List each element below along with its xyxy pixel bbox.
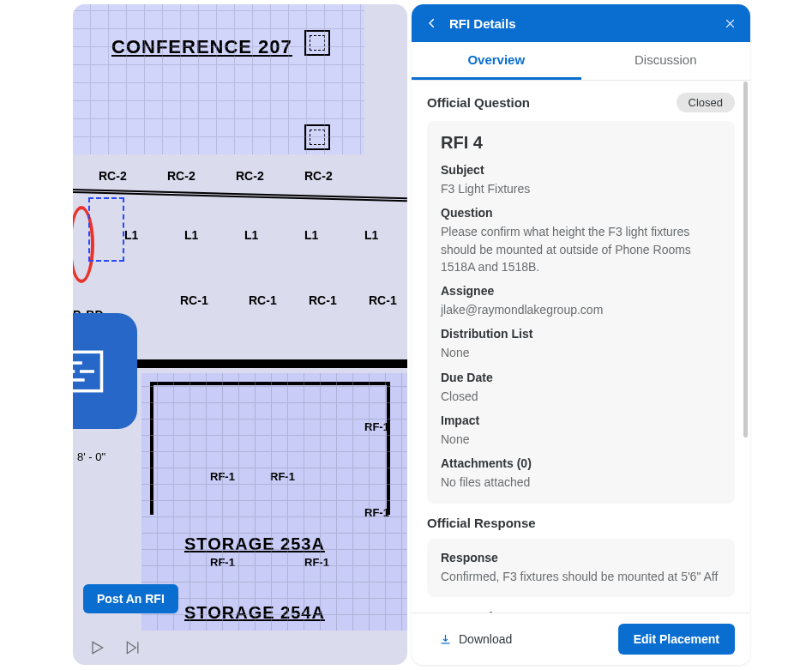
blueprint-viewer[interactable]: CONFERENCE 207 RC-2 RC-2 RC-2 RC-2 L1 L1… [73, 4, 407, 665]
question-value: Please confirm what height the F3 light … [441, 223, 721, 275]
panel-body[interactable]: Official Question Closed RFI 4 Subject F… [412, 81, 750, 613]
close-button[interactable] [719, 13, 740, 33]
panel-header: RFI Details [412, 4, 750, 42]
attachments-value: No files attached [441, 474, 721, 491]
play-next-icon[interactable] [124, 639, 141, 656]
room-label-storage-b: STORAGE 254A [184, 603, 325, 623]
status-badge: Closed [677, 93, 735, 112]
tab-discussion[interactable]: Discussion [581, 42, 751, 80]
due-date-value: Closed [441, 388, 721, 405]
label-dim: 8' - 0" [77, 450, 105, 463]
markup-selection [88, 197, 124, 262]
download-button[interactable]: Download [427, 625, 524, 653]
assignee-value: jlake@raymondlakegroup.com [441, 301, 721, 318]
play-icon[interactable] [88, 639, 105, 656]
assignee-label: Assignee [441, 284, 721, 298]
svg-marker-6 [127, 642, 135, 653]
response-value: Confirmed, F3 fixtures should be mounted… [441, 568, 721, 585]
subject-value: F3 Light Fixtures [441, 180, 721, 197]
scrollbar-thumb[interactable] [743, 81, 748, 438]
impact-value: None [441, 431, 721, 448]
tab-overview[interactable]: Overview [412, 42, 581, 80]
distribution-label: Distribution List [441, 327, 721, 341]
response-card: Response Confirmed, F3 fixtures should b… [427, 539, 735, 597]
rfi-details-panel: RFI Details Overview Discussion Official… [412, 4, 750, 665]
rfi-id: RFI 4 [441, 133, 721, 153]
official-question-heading: Official Question [427, 95, 530, 110]
response-label: Response [441, 551, 721, 564]
room-label-storage-a: STORAGE 253A [184, 534, 325, 554]
edit-placement-button[interactable]: Edit Placement [618, 624, 735, 655]
subject-label: Subject [441, 163, 721, 177]
post-rfi-button[interactable]: Post An RFI [83, 584, 178, 613]
due-date-label: Due Date [441, 371, 721, 384]
question-label: Question [441, 206, 721, 220]
distribution-value: None [441, 344, 721, 361]
rfi-marker-icon[interactable] [73, 313, 137, 429]
room-label-conference: CONFERENCE 207 [111, 36, 292, 58]
download-icon [439, 633, 452, 646]
panel-title: RFI Details [449, 16, 719, 31]
impact-label: Impact [441, 413, 721, 427]
panel-footer: Download Edit Placement [412, 613, 750, 665]
svg-marker-5 [93, 642, 103, 653]
back-button[interactable] [422, 13, 442, 33]
download-label: Download [459, 632, 512, 646]
official-response-heading: Official Response [427, 516, 735, 530]
question-card: RFI 4 Subject F3 Light Fixtures Question… [427, 121, 735, 504]
attachments-label: Attachments (0) [441, 456, 721, 470]
tab-bar: Overview Discussion [412, 42, 750, 81]
